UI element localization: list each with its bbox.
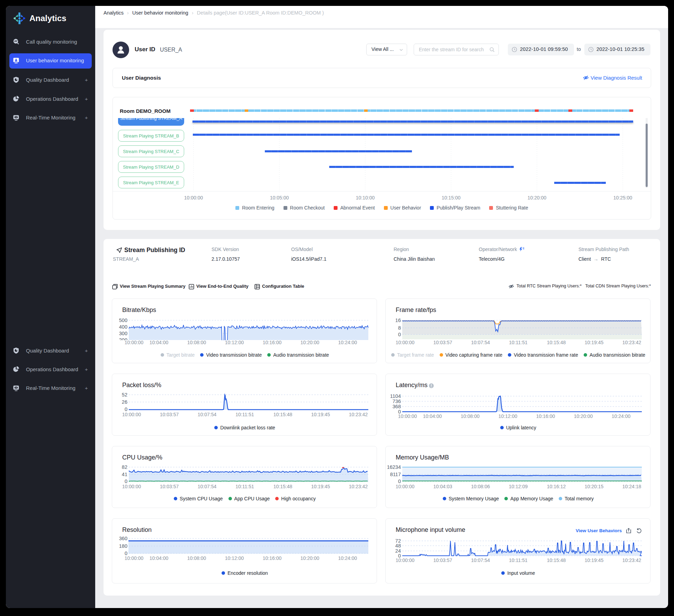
svg-text:10:11:51: 10:11:51: [509, 340, 528, 345]
svg-text:8: 8: [398, 325, 401, 331]
svg-text:41: 41: [122, 472, 127, 477]
svg-text:0: 0: [125, 479, 127, 484]
svg-text:10:07:54: 10:07:54: [198, 412, 217, 417]
svg-text:10:11:51: 10:11:51: [235, 412, 254, 417]
svg-text:360: 360: [119, 536, 127, 541]
svg-text:10:23:42: 10:23:42: [622, 340, 641, 345]
svg-text:10:12:00: 10:12:00: [225, 340, 244, 345]
svg-text:10:08:00: 10:08:00: [187, 340, 206, 345]
svg-text:10:23:42: 10:23:42: [622, 557, 641, 563]
svg-text:10:00:00: 10:00:00: [396, 340, 415, 345]
svg-text:10:04:03: 10:04:03: [433, 484, 452, 489]
svg-text:10:16:00: 10:16:00: [263, 340, 282, 345]
svg-text:10:00:00: 10:00:00: [125, 340, 144, 345]
svg-text:10:15:48: 10:15:48: [273, 412, 293, 417]
svg-text:10:15:48: 10:15:48: [547, 557, 566, 563]
svg-text:10:20:00: 10:20:00: [574, 413, 593, 419]
svg-text:10:07:54: 10:07:54: [198, 484, 217, 489]
svg-text:0: 0: [398, 479, 401, 484]
svg-text:10:24:00: 10:24:00: [612, 413, 631, 419]
svg-text:10:00:00: 10:00:00: [122, 412, 141, 417]
svg-text:10:20:00: 10:20:00: [300, 340, 320, 345]
svg-text:82: 82: [122, 464, 127, 470]
svg-text:10:07:54: 10:07:54: [471, 557, 490, 563]
svg-text:10:11:51: 10:11:51: [235, 484, 254, 489]
svg-text:10:04:00: 10:04:00: [150, 340, 169, 345]
svg-text:10:08:00: 10:08:00: [461, 413, 480, 419]
svg-text:10:12:00: 10:12:00: [498, 413, 518, 419]
svg-text:52: 52: [122, 392, 127, 398]
svg-text:8117: 8117: [390, 472, 401, 477]
svg-text:10:15:48: 10:15:48: [547, 340, 566, 345]
svg-text:10:08:00: 10:08:00: [187, 555, 206, 561]
svg-text:10:04:00: 10:04:00: [423, 413, 442, 419]
svg-text:180: 180: [119, 543, 127, 549]
svg-text:10:12:09: 10:12:09: [509, 484, 528, 489]
svg-text:0: 0: [125, 407, 127, 412]
svg-text:10:03:57: 10:03:57: [160, 412, 179, 417]
svg-text:10:19:45: 10:19:45: [311, 484, 330, 489]
svg-text:10:00:00: 10:00:00: [396, 484, 415, 489]
svg-text:10:19:45: 10:19:45: [311, 412, 330, 417]
svg-text:10:00:00: 10:00:00: [125, 555, 144, 561]
svg-text:300: 300: [119, 331, 127, 336]
svg-text:10:11:51: 10:11:51: [509, 557, 528, 563]
svg-text:10:23:42: 10:23:42: [349, 484, 368, 489]
svg-text:10:16:12: 10:16:12: [547, 484, 566, 489]
svg-text:16: 16: [395, 318, 401, 323]
svg-text:736: 736: [393, 399, 401, 404]
svg-text:10:16:00: 10:16:00: [263, 555, 282, 561]
svg-text:16234: 16234: [387, 464, 401, 470]
svg-text:10:20:15: 10:20:15: [585, 484, 604, 489]
svg-text:10:03:57: 10:03:57: [433, 340, 452, 345]
svg-text:10:16:00: 10:16:00: [536, 413, 555, 419]
svg-text:10:12:00: 10:12:00: [225, 555, 244, 561]
svg-text:48: 48: [395, 543, 401, 548]
svg-text:10:24:00: 10:24:00: [338, 555, 357, 561]
svg-text:10:00:00: 10:00:00: [398, 413, 417, 419]
svg-text:10:00:00: 10:00:00: [122, 484, 141, 489]
svg-text:10:19:45: 10:19:45: [585, 340, 604, 345]
svg-text:10:03:57: 10:03:57: [433, 557, 452, 563]
svg-text:10:19:45: 10:19:45: [585, 557, 604, 563]
svg-text:10:04:00: 10:04:00: [150, 555, 169, 561]
svg-text:10:00:00: 10:00:00: [396, 557, 415, 563]
svg-text:1104: 1104: [390, 393, 401, 399]
svg-text:10:03:57: 10:03:57: [160, 484, 179, 489]
svg-text:10:07:54: 10:07:54: [471, 340, 490, 345]
svg-text:368: 368: [393, 404, 401, 409]
svg-text:10:23:42: 10:23:42: [349, 412, 368, 417]
svg-text:500: 500: [119, 318, 127, 323]
svg-text:10:24:18: 10:24:18: [622, 484, 641, 489]
svg-text:0: 0: [398, 332, 401, 337]
svg-text:10:08:06: 10:08:06: [471, 484, 490, 489]
svg-text:10:24:00: 10:24:00: [338, 340, 357, 345]
svg-text:10:20:00: 10:20:00: [300, 555, 320, 561]
svg-text:10:15:48: 10:15:48: [273, 484, 293, 489]
svg-text:26: 26: [122, 399, 127, 405]
svg-text:400: 400: [119, 324, 127, 330]
